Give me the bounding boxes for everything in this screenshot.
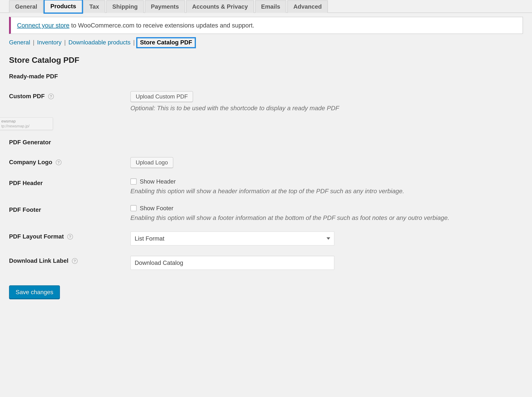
upload-logo-button[interactable]: Upload Logo	[131, 157, 173, 168]
ghost-tab-url: tp://newsmap.jp/	[1, 124, 51, 129]
show-footer-label: Show Footer	[140, 205, 173, 212]
help-icon[interactable]: ?	[48, 93, 54, 99]
tab-accounts-privacy[interactable]: Accounts & Privacy	[186, 0, 254, 13]
products-subnav: General | Inventory | Downloadable produ…	[9, 38, 523, 47]
label-download-link-label: Download Link Label	[9, 257, 69, 264]
notice-text: to WooCommerce.com to receive extensions…	[69, 22, 254, 29]
settings-form: Custom PDF ? Upload Custom PDF Optional:…	[9, 89, 526, 119]
subnav-downloadable-products[interactable]: Downloadable products	[69, 39, 131, 46]
ghost-tab-title: ewsmap	[1, 119, 51, 124]
layout-format-selected: List Format	[135, 235, 164, 242]
tab-advanced[interactable]: Advanced	[287, 0, 328, 13]
help-icon[interactable]: ?	[67, 234, 73, 240]
layout-format-select[interactable]: List Format	[131, 231, 334, 246]
subnav-separator: |	[64, 39, 67, 46]
tab-tax[interactable]: Tax	[83, 0, 105, 13]
tab-products[interactable]: Products	[44, 0, 82, 13]
label-pdf-layout-format: PDF Layout Format	[9, 233, 64, 240]
settings-tabs: General Products Tax Shipping Payments A…	[0, 0, 532, 13]
subnav-separator: |	[33, 39, 36, 46]
section-pdf-generator: PDF Generator	[9, 139, 532, 146]
help-icon[interactable]: ?	[56, 160, 62, 165]
label-custom-pdf: Custom PDF	[9, 93, 45, 99]
page-title: Store Catalog PDF	[9, 55, 532, 65]
upload-custom-pdf-button[interactable]: Upload Custom PDF	[131, 91, 193, 102]
save-changes-button[interactable]: Save changes	[9, 285, 60, 299]
section-ready-made-pdf: Ready-made PDF	[9, 73, 532, 80]
label-pdf-footer: PDF Footer	[9, 206, 41, 213]
download-link-label-input[interactable]	[131, 256, 334, 270]
tab-general[interactable]: General	[9, 0, 43, 13]
settings-form: Company Logo ? Upload Logo PDF Header Sh…	[9, 155, 526, 278]
custom-pdf-description: Optional: This is to be used with the sh…	[131, 105, 526, 112]
chevron-down-icon	[326, 237, 330, 240]
show-header-checkbox[interactable]	[131, 178, 137, 185]
tab-shipping[interactable]: Shipping	[106, 0, 144, 13]
connect-store-link[interactable]: Connect your store	[17, 22, 69, 29]
subnav-separator: |	[133, 39, 136, 46]
help-icon[interactable]: ?	[72, 258, 78, 264]
tab-emails[interactable]: Emails	[255, 0, 286, 13]
pdf-header-description: Enabling this option will show a header …	[131, 187, 526, 195]
tab-payments[interactable]: Payments	[145, 0, 185, 13]
show-footer-checkbox[interactable]	[131, 205, 137, 211]
label-company-logo: Company Logo	[9, 159, 52, 166]
label-pdf-header: PDF Header	[9, 180, 43, 186]
show-header-label: Show Header	[140, 178, 176, 185]
subnav-general[interactable]: General	[9, 39, 30, 46]
pdf-footer-description: Enabling this option will show a footer …	[131, 214, 526, 221]
connect-store-notice: Connect your store to WooCommerce.com to…	[9, 17, 523, 34]
subnav-store-catalog-pdf[interactable]: Store Catalog PDF	[140, 39, 192, 46]
subnav-inventory[interactable]: Inventory	[37, 39, 62, 46]
background-browser-tab: ewsmap tp://newsmap.jp/	[0, 118, 53, 130]
